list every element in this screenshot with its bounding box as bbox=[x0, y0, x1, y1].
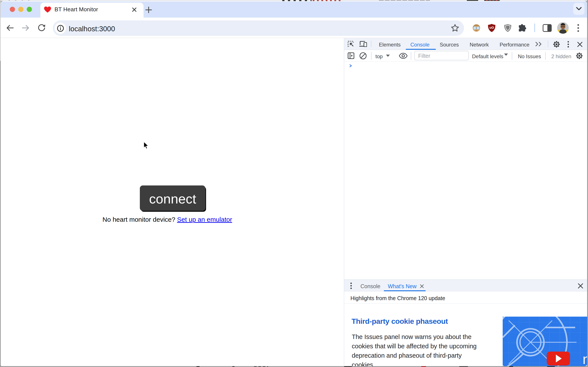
svg-text:uO: uO bbox=[489, 26, 494, 29]
svg-text:n: n bbox=[583, 351, 587, 366]
